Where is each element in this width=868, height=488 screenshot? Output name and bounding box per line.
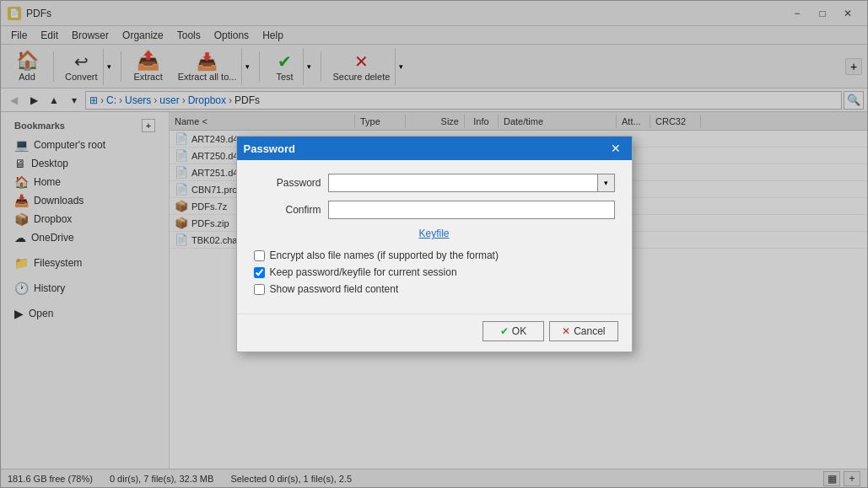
keep-password-label: Keep password/keyfile for current sessio… [270,266,457,278]
password-label: Password [254,177,321,189]
cancel-button[interactable]: ✕ Cancel [549,321,617,341]
main-window: 📄 PDFs − □ ✕ File Edit Browser Organize … [0,0,868,488]
ok-label: OK [512,325,526,337]
modal-close-button[interactable]: ✕ [607,139,625,158]
confirm-row: Confirm [254,201,615,219]
ok-icon: ✔ [500,325,509,337]
encrypt-filenames-label: Encrypt also file names (if supported by… [270,249,499,261]
cancel-label: Cancel [574,325,605,337]
modal-footer: ✔ OK ✕ Cancel [237,314,632,351]
cancel-icon: ✕ [562,325,570,337]
show-password-label: Show password field content [270,283,399,295]
encrypt-filenames-row: Encrypt also file names (if supported by… [254,249,615,261]
show-password-checkbox[interactable] [254,284,265,295]
ok-button[interactable]: ✔ OK [483,321,544,341]
modal-body: Password ▾ Confirm Keyfile Encrypt also … [237,160,632,314]
modal-overlay: Password ✕ Password ▾ Confirm Keyfile [1,1,867,487]
keyfile-link[interactable]: Keyfile [254,228,615,239]
encrypt-filenames-checkbox[interactable] [254,250,265,261]
confirm-input[interactable] [328,201,615,219]
show-password-row: Show password field content [254,283,615,295]
modal-titlebar: Password ✕ [237,137,632,160]
password-dialog: Password ✕ Password ▾ Confirm Keyfile [236,136,633,352]
password-row: Password ▾ [254,174,615,192]
keep-password-checkbox[interactable] [254,267,265,278]
confirm-label: Confirm [254,204,321,216]
modal-title: Password [244,142,607,155]
keep-password-row: Keep password/keyfile for current sessio… [254,266,615,278]
password-group: ▾ [328,174,615,192]
password-dropdown[interactable]: ▾ [598,174,615,192]
password-input[interactable] [328,174,598,192]
